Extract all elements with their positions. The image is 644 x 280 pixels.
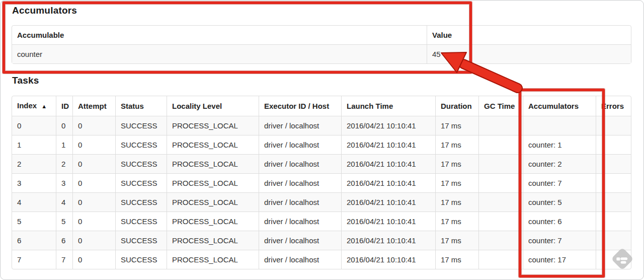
cell-gc_time [478, 135, 523, 154]
cell-errors [596, 116, 631, 135]
accumulators-section-title: Accumulators [12, 5, 77, 16]
cell-executor_id_host: driver / localhost [259, 154, 341, 173]
tasks-table-body: 000SUCCESSPROCESS_LOCALdriver / localhos… [12, 116, 631, 269]
cell-attempt: 0 [72, 135, 115, 154]
cell-value: 45 [427, 44, 631, 63]
cell-index: 7 [12, 250, 56, 269]
cell-index: 2 [12, 154, 56, 173]
cell-errors [596, 192, 631, 212]
column-header-accumulable[interactable]: Accumulable [12, 26, 427, 44]
cell-status: SUCCESS [115, 192, 167, 212]
cell-id: 2 [56, 154, 72, 173]
table-row: 220SUCCESSPROCESS_LOCALdriver / localhos… [12, 154, 631, 173]
column-header-launch_time[interactable]: Launch Time [341, 96, 435, 116]
cell-duration: 17 ms [435, 231, 478, 250]
cell-errors [596, 212, 631, 231]
cell-locality_level: PROCESS_LOCAL [167, 116, 259, 135]
cell-status: SUCCESS [115, 212, 167, 231]
cell-locality_level: PROCESS_LOCAL [167, 154, 259, 173]
cell-errors [596, 250, 631, 269]
cell-accumulable: counter [12, 44, 427, 63]
cell-accumulators [523, 116, 596, 135]
cell-id: 4 [56, 192, 72, 212]
table-row: 770SUCCESSPROCESS_LOCALdriver / localhos… [12, 250, 631, 269]
cell-locality_level: PROCESS_LOCAL [167, 231, 259, 250]
cell-duration: 17 ms [435, 250, 478, 269]
column-header-attempt[interactable]: Attempt [72, 96, 115, 116]
cell-id: 5 [56, 212, 72, 231]
cell-gc_time [478, 154, 523, 173]
column-header-executor_id_host[interactable]: Executor ID / Host [259, 96, 341, 116]
cell-id: 6 [56, 231, 72, 250]
cell-launch_time: 2016/04/21 10:10:41 [341, 135, 435, 154]
cell-index: 1 [12, 135, 56, 154]
cell-gc_time [478, 173, 523, 192]
cell-locality_level: PROCESS_LOCAL [167, 192, 259, 212]
cell-executor_id_host: driver / localhost [259, 192, 341, 212]
column-header-index[interactable]: Index▲ [12, 96, 56, 116]
cell-locality_level: PROCESS_LOCAL [167, 135, 259, 154]
cell-index: 5 [12, 212, 56, 231]
cell-attempt: 0 [72, 212, 115, 231]
cell-status: SUCCESS [115, 135, 167, 154]
cell-index: 6 [12, 231, 56, 250]
sort-ascending-icon: ▲ [41, 103, 47, 109]
column-header-errors[interactable]: Errors [596, 96, 631, 116]
cell-gc_time [478, 116, 523, 135]
cell-executor_id_host: driver / localhost [259, 135, 341, 154]
cell-accumulators: counter: 1 [523, 135, 596, 154]
cell-launch_time: 2016/04/21 10:10:41 [341, 173, 435, 192]
cell-launch_time: 2016/04/21 10:10:41 [341, 231, 435, 250]
tasks-header-row: Index▲IDAttemptStatusLocality LevelExecu… [12, 96, 631, 116]
column-header-id[interactable]: ID [56, 96, 72, 116]
cell-executor_id_host: driver / localhost [259, 116, 341, 135]
cell-errors [596, 173, 631, 192]
column-header-locality_level[interactable]: Locality Level [167, 96, 259, 116]
cell-errors [596, 154, 631, 173]
accumulators-table-body: counter45 [12, 44, 631, 63]
cell-status: SUCCESS [115, 250, 167, 269]
cell-errors [596, 231, 631, 250]
table-row: 330SUCCESSPROCESS_LOCALdriver / localhos… [12, 173, 631, 192]
table-row: counter45 [12, 44, 631, 63]
cell-accumulators: counter: 7 [523, 173, 596, 192]
tasks-table: Index▲IDAttemptStatusLocality LevelExecu… [12, 96, 631, 269]
cell-index: 0 [12, 116, 56, 135]
accumulators-table: AccumulableValue counter45 [12, 25, 631, 64]
cell-executor_id_host: driver / localhost [259, 212, 341, 231]
cell-duration: 17 ms [435, 212, 478, 231]
table-row: 550SUCCESSPROCESS_LOCALdriver / localhos… [12, 212, 631, 231]
table-row: 440SUCCESSPROCESS_LOCALdriver / localhos… [12, 192, 631, 212]
column-header-value[interactable]: Value [427, 26, 631, 44]
cell-launch_time: 2016/04/21 10:10:41 [341, 250, 435, 269]
cell-id: 1 [56, 135, 72, 154]
cell-attempt: 0 [72, 250, 115, 269]
cell-accumulators: counter: 6 [523, 212, 596, 231]
cell-attempt: 0 [72, 154, 115, 173]
tasks-section-title: Tasks [12, 75, 39, 86]
cell-attempt: 0 [72, 116, 115, 135]
cell-duration: 17 ms [435, 192, 478, 212]
cell-attempt: 0 [72, 192, 115, 212]
cell-locality_level: PROCESS_LOCAL [167, 173, 259, 192]
cell-id: 3 [56, 173, 72, 192]
cell-status: SUCCESS [115, 173, 167, 192]
cell-status: SUCCESS [115, 154, 167, 173]
cell-launch_time: 2016/04/21 10:10:41 [341, 116, 435, 135]
cell-executor_id_host: driver / localhost [259, 250, 341, 269]
table-row: 000SUCCESSPROCESS_LOCALdriver / localhos… [12, 116, 631, 135]
column-header-gc_time[interactable]: GC Time [478, 96, 523, 116]
column-header-accumulators[interactable]: Accumulators [523, 96, 596, 116]
cell-gc_time [478, 212, 523, 231]
cell-launch_time: 2016/04/21 10:10:41 [341, 192, 435, 212]
accumulators-header-row: AccumulableValue [12, 26, 631, 44]
table-row: 110SUCCESSPROCESS_LOCALdriver / localhos… [12, 135, 631, 154]
cell-attempt: 0 [72, 173, 115, 192]
cell-accumulators: counter: 17 [523, 250, 596, 269]
cell-gc_time [478, 250, 523, 269]
cell-locality_level: PROCESS_LOCAL [167, 212, 259, 231]
cell-id: 7 [56, 250, 72, 269]
cell-attempt: 0 [72, 231, 115, 250]
column-header-status[interactable]: Status [115, 96, 167, 116]
column-header-duration[interactable]: Duration [435, 96, 478, 116]
